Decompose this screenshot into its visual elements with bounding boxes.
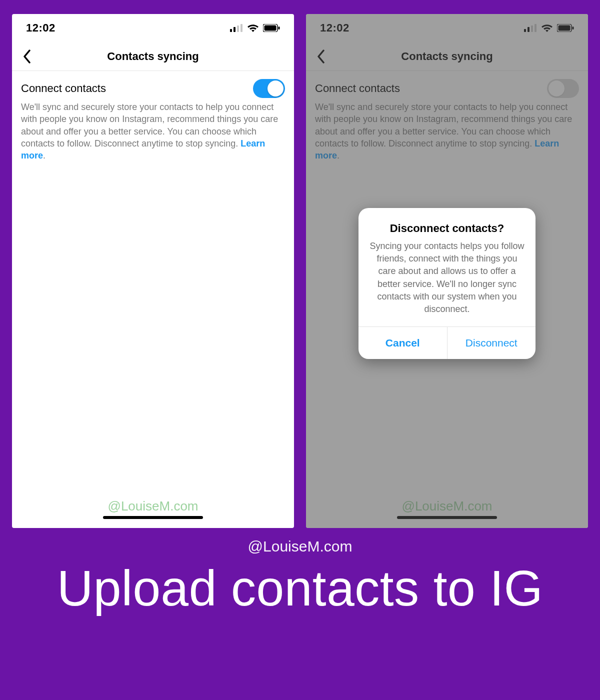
- caption-watermark: @LouiseM.com: [0, 538, 600, 555]
- caption-block: @LouiseM.com Upload contacts to IG: [0, 538, 600, 614]
- connect-contacts-toggle[interactable]: [253, 79, 285, 98]
- back-button[interactable]: [17, 46, 37, 66]
- dialog-body: Disconnect contacts? Syncing your contac…: [358, 208, 536, 326]
- svg-rect-0: [230, 29, 232, 32]
- svg-rect-3: [240, 24, 242, 32]
- svg-rect-2: [237, 26, 239, 32]
- dialog-title: Disconnect contacts?: [370, 222, 524, 235]
- phone-right: 12:02: [306, 14, 588, 528]
- content-area: Connect contacts We'll sync and securely…: [12, 71, 294, 162]
- phone-watermark: @LouiseM.com: [12, 498, 294, 514]
- dialog-buttons: Cancel Disconnect: [358, 326, 536, 359]
- cancel-button[interactable]: Cancel: [358, 327, 448, 359]
- battery-icon: [263, 24, 280, 32]
- svg-rect-6: [278, 26, 280, 30]
- status-time: 12:02: [26, 22, 56, 34]
- home-indicator[interactable]: [103, 516, 203, 519]
- description-period: .: [43, 150, 46, 160]
- wifi-icon: [247, 24, 259, 32]
- connect-contacts-row: Connect contacts: [21, 79, 285, 98]
- connect-contacts-description: We'll sync and securely store your conta…: [21, 101, 285, 162]
- description-text: We'll sync and securely store your conta…: [21, 102, 278, 148]
- disconnect-dialog: Disconnect contacts? Syncing your contac…: [358, 208, 536, 359]
- status-icons: [230, 24, 280, 32]
- chevron-left-icon: [22, 50, 32, 64]
- status-bar: 12:02: [12, 14, 294, 42]
- connect-contacts-label: Connect contacts: [21, 82, 106, 95]
- toggle-knob: [268, 80, 284, 96]
- svg-rect-5: [264, 26, 276, 31]
- phone-left: 12:02: [12, 14, 294, 528]
- disconnect-button[interactable]: Disconnect: [448, 327, 536, 359]
- page-title: Contacts syncing: [12, 50, 294, 63]
- dialog-text: Syncing your contacts helps you follow f…: [370, 240, 524, 316]
- caption-headline: Upload contacts to IG: [0, 562, 600, 614]
- svg-rect-1: [234, 27, 236, 32]
- page-header: Contacts syncing: [12, 42, 294, 71]
- canvas: 12:02: [0, 0, 600, 700]
- phones-row: 12:02: [0, 0, 600, 528]
- cellular-signal-icon: [230, 24, 243, 32]
